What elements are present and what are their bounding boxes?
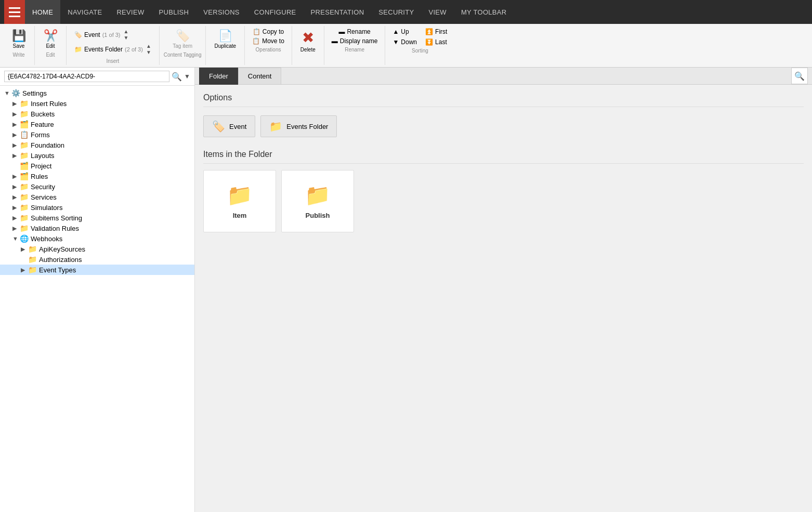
insert-folder-row[interactable]: 📁 Events Folder (2 of 3) ▲ ▼ <box>73 43 153 56</box>
tree-item-icon: 📁 <box>20 110 29 118</box>
folder-item-box[interactable]: 📁Item <box>203 170 276 232</box>
tree-toggle[interactable]: ▶ <box>12 111 20 117</box>
nav-item-configure[interactable]: CONFIGURE <box>247 0 304 24</box>
tree-item[interactable]: ▶📁Event Types <box>0 265 194 275</box>
tree-toggle[interactable]: ▼ <box>12 235 20 242</box>
nav-item-publish[interactable]: PUBLISH <box>152 0 197 24</box>
tree-item[interactable]: ▶📋Forms <box>0 129 194 140</box>
nav-item-security[interactable]: SECURITY <box>371 0 421 24</box>
tree-item[interactable]: ▶📁Subitems Sorting <box>0 213 194 223</box>
up-button[interactable]: ▲ Up <box>389 27 420 36</box>
insert-folder-up[interactable]: ▲ <box>146 43 151 49</box>
tree-item[interactable]: ▶📁Security <box>0 181 194 192</box>
first-button[interactable]: ⏫ First <box>422 27 450 36</box>
nav-item-my-toolbar[interactable]: MY TOOLBAR <box>454 0 514 24</box>
nav-item-navigate[interactable]: NAVIGATE <box>60 0 109 24</box>
insert-event-down[interactable]: ▼ <box>124 35 129 41</box>
option-box[interactable]: 📁Events Folder <box>260 115 337 137</box>
tree-item-label: Subitems Sorting <box>31 214 82 222</box>
tree-toggle[interactable]: ▶ <box>12 173 20 180</box>
tree-item-icon: 📁 <box>20 224 29 232</box>
insert-event-up[interactable]: ▲ <box>124 29 129 35</box>
operations-label: Operations <box>256 47 281 52</box>
tree-item[interactable]: 🗂️Project <box>0 161 194 171</box>
move-to-button[interactable]: 📋 Move to <box>249 36 287 46</box>
rename-button[interactable]: ▬ Rename <box>335 27 373 36</box>
duplicate-icon: 📄 <box>218 29 232 43</box>
down-button[interactable]: ▼ Down <box>389 37 420 47</box>
display-name-label: Display name <box>340 37 378 45</box>
edit-btn-label: Edit <box>46 43 55 49</box>
delete-section: ✖ Delete <box>292 26 324 65</box>
tree-item[interactable]: ▶📁Validation Rules <box>0 223 194 233</box>
tree-toggle[interactable]: ▶ <box>12 183 20 190</box>
tree-item[interactable]: 📁Authorizations <box>0 254 194 265</box>
last-button[interactable]: ⏬ Last <box>422 37 450 47</box>
tab-folder[interactable]: Folder <box>199 68 238 85</box>
dropdown-arrow[interactable]: ▼ <box>184 73 190 80</box>
nav-item-presentation[interactable]: PRESENTATION <box>304 0 372 24</box>
tree-toggle[interactable]: ▶ <box>12 194 20 201</box>
tree-toggle[interactable]: ▶ <box>12 142 20 149</box>
nav-item-home[interactable]: HOME <box>25 0 60 24</box>
rename-section: ▬ Rename ▬ Display name Rename <box>324 26 386 65</box>
tree-toggle[interactable]: ▶ <box>12 225 20 232</box>
tree-item-icon: 📁 <box>20 141 29 149</box>
delete-label: Delete <box>300 47 316 52</box>
tree-item[interactable]: ▼🌐Webhooks <box>0 233 194 244</box>
tree-item-label: ApiKeySources <box>39 245 85 253</box>
insert-folder-label: Events Folder <box>84 46 123 53</box>
rename-icon: ▬ <box>338 28 345 35</box>
tree-item[interactable]: ▶📁Simulators <box>0 202 194 213</box>
tree-toggle[interactable]: ▶ <box>12 100 20 107</box>
insert-folder-down[interactable]: ▼ <box>146 49 151 56</box>
tree-item-label: Layouts <box>31 152 55 160</box>
tree-toggle[interactable]: ▼ <box>4 90 11 96</box>
tree-item-label: Event Types <box>39 266 76 274</box>
tag-item-button: 🏷️ Tag item <box>168 27 197 51</box>
write-label: Write <box>12 52 24 58</box>
nav-item-review[interactable]: REVIEW <box>109 0 151 24</box>
tree-item[interactable]: ▶📁Services <box>0 192 194 202</box>
option-box[interactable]: 🏷️Event <box>203 115 255 137</box>
tree-item[interactable]: ▶📁Foundation <box>0 140 194 150</box>
delete-button[interactable]: ✖ Delete <box>296 27 320 55</box>
save-button[interactable]: 💾 Save <box>7 27 30 51</box>
tree-item[interactable]: ▶📁Layouts <box>0 150 194 161</box>
folder-item-box[interactable]: 📁Publish <box>281 170 354 232</box>
copy-to-button[interactable]: 📋 Copy to <box>250 27 287 36</box>
tree-item[interactable]: ▶📁Insert Rules <box>0 98 194 109</box>
save-section: 💾 Save Write <box>3 26 35 65</box>
hamburger-button[interactable] <box>4 0 25 24</box>
tree-toggle[interactable]: ▶ <box>21 267 28 273</box>
tree-item[interactable]: ▶🗂️Feature <box>0 119 194 129</box>
tree-toggle[interactable]: ▶ <box>12 152 20 159</box>
insert-event-row[interactable]: 🏷️ Event (1 of 3) ▲ ▼ <box>73 28 153 42</box>
tree-toggle[interactable]: ▶ <box>21 246 28 253</box>
tree-item[interactable]: ▶🗂️Rules <box>0 171 194 181</box>
display-name-button[interactable]: ▬ Display name <box>329 36 381 46</box>
folder-items-grid: 📁Item📁Publish <box>203 170 804 232</box>
tree-toggle[interactable]: ▶ <box>12 204 20 211</box>
content-tagging-label: Content Tagging <box>164 52 202 58</box>
tree-item-label: Authorizations <box>39 256 82 264</box>
search-input[interactable] <box>4 71 169 82</box>
up-label: Up <box>401 28 409 35</box>
nav-item-view[interactable]: VIEW <box>421 0 453 24</box>
tree-item-label: Webhooks <box>31 235 62 243</box>
tree-toggle[interactable]: ▶ <box>12 215 20 221</box>
insert-event-label: Event <box>84 31 100 38</box>
tree-item[interactable]: ▼⚙️Settings <box>0 88 194 98</box>
tree-item[interactable]: ▶📁Buckets <box>0 109 194 119</box>
toolbar: 💾 Save Write ✂️ Edit Edit 🏷️ Event (1 of… <box>0 24 812 68</box>
edit-button[interactable]: ✂️ Edit <box>39 27 62 51</box>
tab-content[interactable]: Content <box>238 68 282 85</box>
nav-item-versions[interactable]: VERSIONS <box>196 0 247 24</box>
tree-toggle[interactable]: ▶ <box>12 121 20 128</box>
tree-item[interactable]: ▶📁ApiKeySources <box>0 244 194 254</box>
content-tagging-section: 🏷️ Tag item Content Tagging <box>160 26 206 65</box>
tree-toggle[interactable]: ▶ <box>12 132 20 138</box>
duplicate-button[interactable]: 📄 Duplicate <box>210 27 240 51</box>
search-button[interactable]: 🔍 <box>172 72 182 82</box>
tab-search-button[interactable]: 🔍 <box>791 68 808 84</box>
